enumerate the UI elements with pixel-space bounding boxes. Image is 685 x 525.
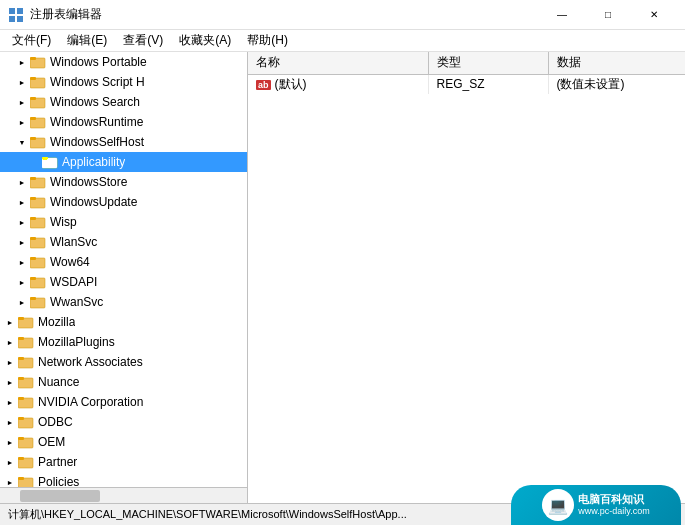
minimize-button[interactable]: — xyxy=(539,0,585,30)
expand-arrow[interactable] xyxy=(16,276,28,288)
tree-item[interactable]: WwanSvc xyxy=(0,292,247,312)
tree-item-label: Partner xyxy=(38,455,77,469)
svg-rect-45 xyxy=(18,457,24,460)
tree-item[interactable]: WindowsUpdate xyxy=(0,192,247,212)
watermark-text-block: 电脑百科知识 www.pc-daily.com xyxy=(578,492,649,518)
expand-arrow[interactable] xyxy=(4,376,16,388)
expand-arrow[interactable] xyxy=(16,56,28,68)
tree-item[interactable]: Windows Script H xyxy=(0,72,247,92)
svg-rect-47 xyxy=(18,477,24,480)
expand-arrow[interactable] xyxy=(28,156,40,168)
tree-item[interactable]: Mozilla xyxy=(0,312,247,332)
expand-arrow[interactable] xyxy=(4,436,16,448)
maximize-button[interactable]: □ xyxy=(585,0,631,30)
window-title: 注册表编辑器 xyxy=(30,6,539,23)
expand-arrow[interactable] xyxy=(16,116,28,128)
close-button[interactable]: ✕ xyxy=(631,0,677,30)
expand-arrow[interactable] xyxy=(16,296,28,308)
tree-item[interactable]: Applicability xyxy=(0,152,247,172)
folder-icon xyxy=(18,395,34,409)
folder-icon xyxy=(18,455,34,469)
tree-item[interactable]: MozillaPlugins xyxy=(0,332,247,352)
svg-rect-2 xyxy=(9,16,15,22)
folder-icon xyxy=(30,255,46,269)
folder-icon xyxy=(18,375,34,389)
tree-scroll[interactable]: Windows Portable Windows Script H Window… xyxy=(0,52,247,487)
menu-item-f[interactable]: 文件(F) xyxy=(4,30,59,51)
watermark: 💻 电脑百科知识 www.pc-daily.com xyxy=(511,485,681,525)
folder-icon xyxy=(30,115,46,129)
tree-item-label: Wow64 xyxy=(50,255,90,269)
tree-item[interactable]: NVIDIA Corporation xyxy=(0,392,247,412)
expand-arrow[interactable] xyxy=(4,416,16,428)
table-row[interactable]: ab(默认)REG_SZ(数值未设置) xyxy=(248,74,685,94)
tree-item[interactable]: WSDAPI xyxy=(0,272,247,292)
tree-item[interactable]: ODBC xyxy=(0,412,247,432)
menu-item-a[interactable]: 收藏夹(A) xyxy=(171,30,239,51)
expand-arrow[interactable] xyxy=(16,76,28,88)
expand-arrow[interactable] xyxy=(16,176,28,188)
expand-arrow[interactable] xyxy=(16,236,28,248)
tree-item-label: Nuance xyxy=(38,375,79,389)
tree-item[interactable]: Wow64 xyxy=(0,252,247,272)
tree-hscroll-thumb[interactable] xyxy=(20,490,100,502)
tree-item[interactable]: WlanSvc xyxy=(0,232,247,252)
tree-item-label: Windows Search xyxy=(50,95,140,109)
expand-arrow[interactable] xyxy=(4,336,16,348)
svg-rect-41 xyxy=(18,417,24,420)
app-icon xyxy=(8,7,24,23)
svg-rect-9 xyxy=(30,97,36,100)
folder-icon xyxy=(30,95,46,109)
tree-item[interactable]: Windows Portable xyxy=(0,52,247,72)
expand-arrow[interactable] xyxy=(4,456,16,468)
tree-horizontal-scrollbar[interactable] xyxy=(0,487,247,503)
registry-table[interactable]: 名称 类型 数据 ab(默认)REG_SZ(数值未设置) xyxy=(248,52,685,503)
reg-name: ab(默认) xyxy=(248,74,428,94)
tree-item[interactable]: Nuance xyxy=(0,372,247,392)
expand-arrow[interactable] xyxy=(16,96,28,108)
menu-item-h[interactable]: 帮助(H) xyxy=(239,30,296,51)
expand-arrow[interactable] xyxy=(16,216,28,228)
tree-item-label: Applicability xyxy=(62,155,125,169)
folder-icon xyxy=(30,235,46,249)
expand-arrow[interactable] xyxy=(4,356,16,368)
svg-rect-15 xyxy=(42,157,48,160)
tree-item[interactable]: Policies xyxy=(0,472,247,487)
menu-item-v[interactable]: 查看(V) xyxy=(115,30,171,51)
svg-rect-23 xyxy=(30,237,36,240)
svg-rect-35 xyxy=(18,357,24,360)
folder-icon xyxy=(30,195,46,209)
expand-arrow[interactable] xyxy=(4,396,16,408)
expand-arrow[interactable] xyxy=(16,136,28,148)
expand-arrow[interactable] xyxy=(4,476,16,487)
col-header-data: 数据 xyxy=(548,52,685,74)
expand-arrow[interactable] xyxy=(16,196,28,208)
tree-item-label: Windows Script H xyxy=(50,75,145,89)
menu-item-e[interactable]: 编辑(E) xyxy=(59,30,115,51)
expand-arrow[interactable] xyxy=(4,316,16,328)
tree-item[interactable]: WindowsRuntime xyxy=(0,112,247,132)
tree-item-label: ODBC xyxy=(38,415,73,429)
folder-icon xyxy=(42,155,58,169)
folder-icon xyxy=(18,415,34,429)
svg-rect-3 xyxy=(17,16,23,22)
tree-item[interactable]: Windows Search xyxy=(0,92,247,112)
tree-item[interactable]: WindowsStore xyxy=(0,172,247,192)
expand-arrow[interactable] xyxy=(16,256,28,268)
watermark-inner: 💻 电脑百科知识 www.pc-daily.com xyxy=(542,489,649,521)
folder-icon xyxy=(18,355,34,369)
tree-item[interactable]: Network Associates xyxy=(0,352,247,372)
reg-type: REG_SZ xyxy=(428,74,548,94)
tree-item[interactable]: WindowsSelfHost xyxy=(0,132,247,152)
tree-item[interactable]: Partner xyxy=(0,452,247,472)
tree-item-label: WindowsRuntime xyxy=(50,115,143,129)
tree-item[interactable]: OEM xyxy=(0,432,247,452)
folder-icon xyxy=(30,55,46,69)
right-pane: 名称 类型 数据 ab(默认)REG_SZ(数值未设置) xyxy=(248,52,685,503)
menu-bar: 文件(F)编辑(E)查看(V)收藏夹(A)帮助(H) xyxy=(0,30,685,52)
svg-rect-17 xyxy=(30,177,36,180)
folder-icon xyxy=(18,335,34,349)
tree-item-label: Policies xyxy=(38,475,79,487)
tree-item-label: WwanSvc xyxy=(50,295,103,309)
tree-item[interactable]: Wisp xyxy=(0,212,247,232)
